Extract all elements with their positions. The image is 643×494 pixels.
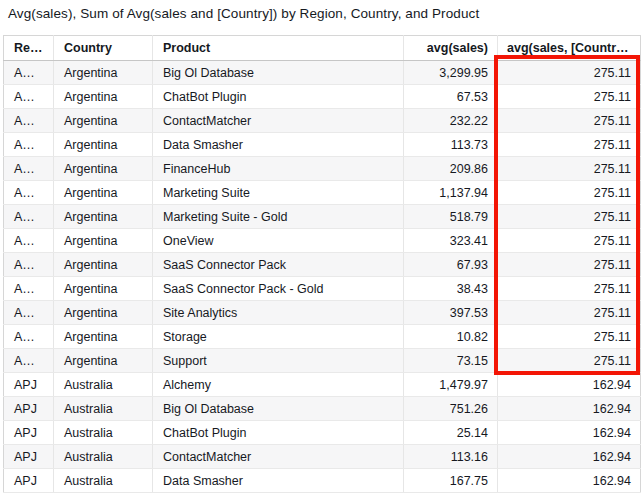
cell-avg_sales_country[interactable]: 162.94 bbox=[498, 397, 641, 421]
cell-country[interactable]: Argentina bbox=[54, 157, 153, 181]
column-header-country[interactable]: Country bbox=[54, 36, 153, 61]
cell-country[interactable]: Argentina bbox=[54, 277, 153, 301]
cell-product[interactable]: ContactMatcher bbox=[153, 445, 404, 469]
cell-avg_sales_country[interactable]: 275.11 bbox=[498, 61, 641, 85]
cell-product[interactable]: Alchemy bbox=[153, 373, 404, 397]
cell-region[interactable]: APJ bbox=[4, 373, 54, 397]
cell-product[interactable]: ChatBot Plugin bbox=[153, 85, 404, 109]
cell-country[interactable]: Argentina bbox=[54, 109, 153, 133]
cell-country[interactable]: Australia bbox=[54, 397, 153, 421]
cell-country[interactable]: Argentina bbox=[54, 205, 153, 229]
cell-avg_sales[interactable]: 113.16 bbox=[404, 445, 498, 469]
cell-avg_sales[interactable]: 10.82 bbox=[404, 325, 498, 349]
cell-avg_sales[interactable]: 73.15 bbox=[404, 349, 498, 373]
cell-country[interactable]: Argentina bbox=[54, 61, 153, 85]
cell-product[interactable]: Storage bbox=[153, 325, 404, 349]
cell-country[interactable]: Australia bbox=[54, 373, 153, 397]
table-row[interactable]: AMERArgentinaSaaS Connector Pack - Gold3… bbox=[4, 277, 641, 301]
cell-avg_sales_country[interactable]: 275.11 bbox=[498, 133, 641, 157]
cell-product[interactable]: Big Ol Database bbox=[153, 61, 404, 85]
cell-product[interactable]: FinanceHub bbox=[153, 157, 404, 181]
cell-region[interactable]: AMER bbox=[4, 61, 54, 85]
cell-avg_sales[interactable]: 1,479.97 bbox=[404, 373, 498, 397]
cell-country[interactable]: Argentina bbox=[54, 301, 153, 325]
cell-region[interactable]: AMER bbox=[4, 157, 54, 181]
cell-product[interactable]: SaaS Connector Pack - Gold bbox=[153, 277, 404, 301]
table-row[interactable]: APJAustraliaBig Ol Database751.26162.94 bbox=[4, 397, 641, 421]
cell-region[interactable]: APJ bbox=[4, 469, 54, 493]
cell-region[interactable]: AMER bbox=[4, 133, 54, 157]
cell-product[interactable]: Data Smasher bbox=[153, 133, 404, 157]
cell-country[interactable]: Argentina bbox=[54, 253, 153, 277]
cell-region[interactable]: APJ bbox=[4, 397, 54, 421]
column-header-avg-sales[interactable]: avg(sales) bbox=[404, 36, 498, 61]
cell-product[interactable]: Site Analytics bbox=[153, 301, 404, 325]
cell-avg_sales[interactable]: 3,299.95 bbox=[404, 61, 498, 85]
table-row[interactable]: AMERArgentinaBig Ol Database3,299.95275.… bbox=[4, 61, 641, 85]
cell-avg_sales[interactable]: 323.41 bbox=[404, 229, 498, 253]
cell-product[interactable]: SaaS Connector Pack bbox=[153, 253, 404, 277]
cell-avg_sales[interactable]: 209.86 bbox=[404, 157, 498, 181]
cell-avg_sales[interactable]: 232.22 bbox=[404, 109, 498, 133]
table-row[interactable]: AMERArgentinaStorage10.82275.11 bbox=[4, 325, 641, 349]
cell-country[interactable]: Australia bbox=[54, 469, 153, 493]
table-row[interactable]: AMERArgentinaMarketing Suite1,137.94275.… bbox=[4, 181, 641, 205]
table-row[interactable]: AMERArgentinaSupport73.15275.11 bbox=[4, 349, 641, 373]
cell-region[interactable]: AMER bbox=[4, 181, 54, 205]
cell-avg_sales_country[interactable]: 162.94 bbox=[498, 421, 641, 445]
table-row[interactable]: AMERArgentinaFinanceHub209.86275.11 bbox=[4, 157, 641, 181]
cell-region[interactable]: AMER bbox=[4, 277, 54, 301]
cell-region[interactable]: APJ bbox=[4, 445, 54, 469]
column-header-product[interactable]: Product bbox=[153, 36, 404, 61]
cell-country[interactable]: Australia bbox=[54, 421, 153, 445]
cell-avg_sales_country[interactable]: 275.11 bbox=[498, 157, 641, 181]
cell-avg_sales_country[interactable]: 162.94 bbox=[498, 373, 641, 397]
cell-product[interactable]: ChatBot Plugin bbox=[153, 421, 404, 445]
cell-region[interactable]: AMER bbox=[4, 109, 54, 133]
cell-avg_sales_country[interactable]: 275.11 bbox=[498, 205, 641, 229]
table-row[interactable]: AMERArgentinaContactMatcher232.22275.11 bbox=[4, 109, 641, 133]
cell-avg_sales_country[interactable]: 275.11 bbox=[498, 301, 641, 325]
cell-country[interactable]: Argentina bbox=[54, 181, 153, 205]
cell-avg_sales_country[interactable]: 275.11 bbox=[498, 277, 641, 301]
table-row[interactable]: AMERArgentinaData Smasher113.73275.11 bbox=[4, 133, 641, 157]
table-row[interactable]: APJAustraliaAlchemy1,479.97162.94 bbox=[4, 373, 641, 397]
cell-region[interactable]: AMER bbox=[4, 253, 54, 277]
cell-avg_sales_country[interactable]: 275.11 bbox=[498, 253, 641, 277]
table-row[interactable]: AMERArgentinaSaaS Connector Pack67.93275… bbox=[4, 253, 641, 277]
cell-avg_sales[interactable]: 67.53 bbox=[404, 85, 498, 109]
cell-country[interactable]: Argentina bbox=[54, 133, 153, 157]
cell-country[interactable]: Argentina bbox=[54, 229, 153, 253]
cell-region[interactable]: AMER bbox=[4, 205, 54, 229]
column-header-region[interactable]: Regi... bbox=[4, 36, 54, 61]
cell-region[interactable]: APJ bbox=[4, 421, 54, 445]
cell-avg_sales[interactable]: 1,137.94 bbox=[404, 181, 498, 205]
cell-avg_sales[interactable]: 113.73 bbox=[404, 133, 498, 157]
cell-country[interactable]: Argentina bbox=[54, 349, 153, 373]
cell-country[interactable]: Australia bbox=[54, 445, 153, 469]
cell-avg_sales[interactable]: 67.93 bbox=[404, 253, 498, 277]
table-row[interactable]: APJAustraliaContactMatcher113.16162.94 bbox=[4, 445, 641, 469]
cell-product[interactable]: ContactMatcher bbox=[153, 109, 404, 133]
cell-avg_sales_country[interactable]: 275.11 bbox=[498, 85, 641, 109]
cell-product[interactable]: Marketing Suite - Gold bbox=[153, 205, 404, 229]
cell-avg_sales_country[interactable]: 275.11 bbox=[498, 109, 641, 133]
table-row[interactable]: AMERArgentinaChatBot Plugin67.53275.11 bbox=[4, 85, 641, 109]
cell-product[interactable]: Support bbox=[153, 349, 404, 373]
cell-region[interactable]: AMER bbox=[4, 301, 54, 325]
cell-avg_sales[interactable]: 25.14 bbox=[404, 421, 498, 445]
cell-region[interactable]: AMER bbox=[4, 349, 54, 373]
cell-avg_sales[interactable]: 167.75 bbox=[404, 469, 498, 493]
cell-product[interactable]: Big Ol Database bbox=[153, 397, 404, 421]
cell-avg_sales_country[interactable]: 275.11 bbox=[498, 325, 641, 349]
cell-product[interactable]: OneView bbox=[153, 229, 404, 253]
cell-product[interactable]: Data Smasher bbox=[153, 469, 404, 493]
cell-avg_sales_country[interactable]: 275.11 bbox=[498, 229, 641, 253]
cell-avg_sales[interactable]: 518.79 bbox=[404, 205, 498, 229]
cell-avg_sales[interactable]: 397.53 bbox=[404, 301, 498, 325]
table-row[interactable]: AMERArgentinaMarketing Suite - Gold518.7… bbox=[4, 205, 641, 229]
cell-avg_sales_country[interactable]: 162.94 bbox=[498, 469, 641, 493]
cell-avg_sales[interactable]: 751.26 bbox=[404, 397, 498, 421]
cell-region[interactable]: AMER bbox=[4, 325, 54, 349]
cell-product[interactable]: Marketing Suite bbox=[153, 181, 404, 205]
